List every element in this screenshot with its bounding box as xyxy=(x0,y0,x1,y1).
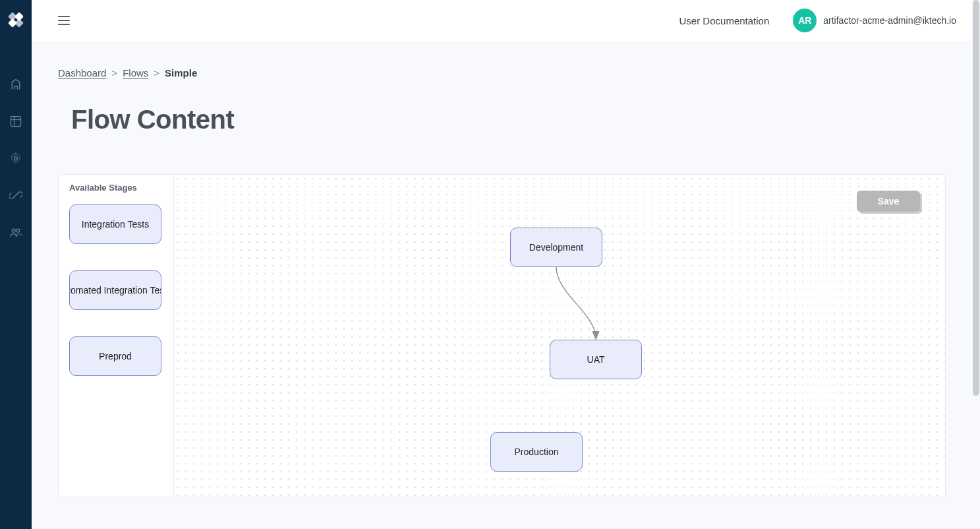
stage-palette: Available Stages Integration Tests Autom… xyxy=(59,175,174,497)
content: Dashboard > Flows > Simple Flow Content … xyxy=(32,41,972,529)
flow-edge xyxy=(556,267,596,338)
user-label: artifactor-acme-admin@iktech.io xyxy=(823,15,956,26)
save-button[interactable]: Save xyxy=(857,191,920,212)
breadcrumb: Dashboard > Flows > Simple xyxy=(58,54,946,78)
avatar[interactable]: AR xyxy=(793,9,817,32)
svg-point-9 xyxy=(12,229,15,232)
nav-icon-grid[interactable] xyxy=(8,113,24,129)
flow-panel: Available Stages Integration Tests Autom… xyxy=(58,174,946,497)
svg-rect-4 xyxy=(11,117,21,127)
palette-stage[interactable]: Integration Tests xyxy=(69,204,161,244)
chevron-right-icon: > xyxy=(154,67,159,78)
hamburger-icon[interactable] xyxy=(58,16,70,25)
topbar: User Documentation AR artifactor-acme-ad… xyxy=(32,0,972,41)
breadcrumb-current: Simple xyxy=(165,67,197,78)
breadcrumb-item[interactable]: Dashboard xyxy=(58,67,106,78)
scrollbar[interactable] xyxy=(972,0,980,529)
flow-node-uat[interactable]: UAT xyxy=(550,340,642,379)
palette-title: Available Stages xyxy=(69,183,167,193)
nav-icon-settings[interactable] xyxy=(8,150,24,166)
sidenav xyxy=(0,0,32,529)
nav-icon-users[interactable] xyxy=(8,224,24,240)
breadcrumb-item[interactable]: Flows xyxy=(123,67,148,78)
flow-canvas[interactable]: Save Development UAT Production xyxy=(174,175,945,497)
nav-icon-deploy[interactable] xyxy=(8,77,24,92)
svg-line-8 xyxy=(14,193,18,198)
svg-point-10 xyxy=(16,229,20,232)
chevron-right-icon: > xyxy=(111,67,117,78)
doc-link[interactable]: User Documentation xyxy=(679,15,770,26)
nav-icon-link[interactable] xyxy=(8,187,24,203)
palette-stage[interactable]: Preprod xyxy=(69,336,161,376)
page-title: Flow Content xyxy=(71,105,946,135)
palette-stage[interactable]: Automated Integration Tests xyxy=(69,270,161,310)
app-logo[interactable] xyxy=(5,9,26,30)
flow-node-development[interactable]: Development xyxy=(510,228,602,267)
scrollbar-thumb[interactable] xyxy=(973,0,979,396)
svg-rect-3 xyxy=(8,18,17,28)
svg-point-7 xyxy=(14,157,18,160)
flow-node-production[interactable]: Production xyxy=(490,432,583,472)
